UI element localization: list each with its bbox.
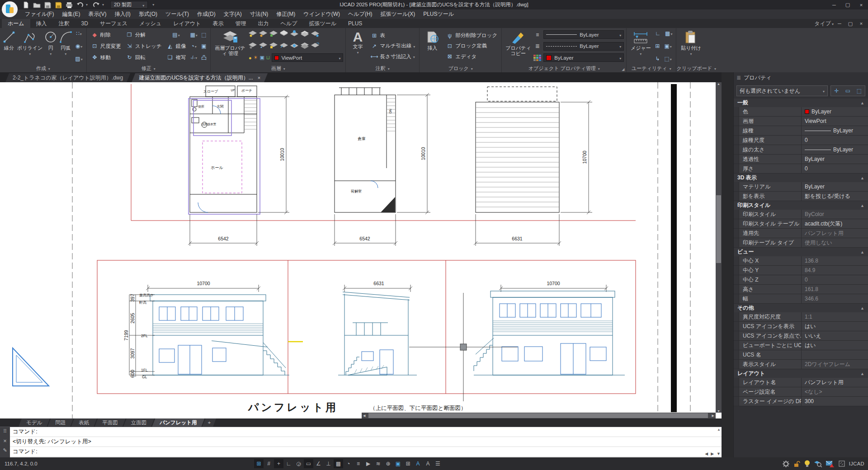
group-label-objprops[interactable]: オブジェクト プロパティ管理◢ [502,64,626,72]
select-objects-icon[interactable]: ▭ [842,86,854,96]
trim-button[interactable]: -/- [189,52,199,63]
osnap-toggle-icon[interactable]: + [274,459,283,468]
prop-row[interactable]: 影を表示影を投じる/受ける [734,192,868,201]
layer-sun-icon[interactable]: ☀ [254,55,258,61]
point-style-button[interactable]: ↳ [654,56,661,62]
polar-toggle-icon[interactable]: ◶ [294,459,303,468]
layer-merge-icon[interactable] [301,42,309,49]
prop-row[interactable]: レイアウト名パンフレット用 [734,378,868,387]
tab-express[interactable]: 拡張ツール [303,19,342,28]
quick-calc-button[interactable]: ▣ [663,43,673,49]
command-scroll-up-icon[interactable]: ▲ [717,428,721,432]
layer-bulb-icon[interactable]: ● [249,55,252,61]
offset-button[interactable]: ▣ [200,41,208,52]
line-button[interactable]: 線分 [2,29,16,63]
mirror-button[interactable]: ◭鏡像 [165,41,188,52]
group-label-create[interactable]: 作成 [0,64,86,72]
print-icon[interactable] [64,1,74,9]
polyline-edit-button[interactable]: 凸 [200,52,208,63]
menu-text[interactable]: 文字(A) [220,9,246,19]
erase-button[interactable]: ◆削除 [89,29,123,41]
command-input-line[interactable]: コマンド: [10,447,722,457]
prop-row[interactable]: 線種尺度0 [734,136,868,145]
calculator-button[interactable]: ⊞ [654,43,661,49]
tab-close-icon[interactable]: × [258,73,260,82]
table-toggle-icon[interactable]: ⊞ [403,459,413,468]
menu-express[interactable]: 拡張ツール(X) [377,9,420,19]
layout-tab-ritsumenzu[interactable]: 立面図 [123,418,155,427]
block-define-button[interactable]: ⊡ブロック定義 [444,41,499,51]
group-label-utility[interactable]: ユーティリティ [627,64,676,72]
move-button[interactable]: ✥移動 [89,52,123,63]
prop-row[interactable]: 線の太さByLayer [734,145,868,155]
donut-button[interactable]: ◉ [74,43,84,49]
insert-block-button[interactable]: 挿入 [422,29,443,63]
prop-row[interactable]: 印刷テーブル タイプ使用しない [734,238,868,248]
prop-row[interactable]: ページ設定名<なし> [734,387,868,397]
group-label-modify[interactable]: 修正 [87,64,210,72]
tab-manage[interactable]: 管理 [230,19,252,28]
tab-3d[interactable]: 3D [75,19,94,28]
redo-icon[interactable] [91,1,101,9]
maximize-button[interactable]: ▢ [841,0,854,9]
prop-row[interactable]: UCS アイコンを原点で...いいえ [734,331,868,341]
section-plot-style[interactable]: 印刷スタイル▲ [734,201,868,210]
prop-row[interactable]: 異尺度対応尺度1:1 [734,312,868,322]
rotate-button[interactable]: ↻回転 [124,52,164,63]
lineweight-dropdown[interactable]: ByLayer [543,30,624,39]
ucs-button[interactable]: ∟ [654,30,662,37]
layer-make-current-icon[interactable] [290,30,299,37]
tab-mesh[interactable]: メッシュ [133,19,167,28]
tab-annotate[interactable]: 注釈 [53,19,75,28]
layer-thaw-icon[interactable] [259,42,268,49]
doc-close-button[interactable]: × [856,19,866,28]
tab-surface[interactable]: サーフェス [94,19,133,28]
hatch-toggle-icon[interactable]: ▩ [334,459,343,468]
prop-row[interactable]: 高さ161.8 [734,285,868,294]
layout-tab-model[interactable]: モデル [19,418,50,427]
layer-lock-icon[interactable] [269,30,278,37]
tab-insert[interactable]: 挿入 [30,19,53,28]
prop-row[interactable]: 表示スタイル2Dワイヤフレーム [734,360,868,369]
annot-auto-toggle-icon[interactable]: A [413,459,423,468]
arc-button[interactable]: 円弧 [59,29,72,63]
copy-button[interactable]: ❏複写 [165,52,188,63]
save-as-icon[interactable] [53,1,63,9]
qat-overflow-icon[interactable] [152,3,154,7]
prop-row[interactable]: 画層ViewPort [734,117,868,126]
layer-walk-icon[interactable] [280,42,288,49]
measure-button[interactable]: メジャー [629,29,652,63]
layer-match-icon[interactable] [301,30,309,37]
layout-tab-heimenzu[interactable]: 平面図 [94,418,126,427]
block-editor-button[interactable]: ⊠エディタ [444,52,499,62]
prop-row[interactable]: 厚さ0 [734,164,868,174]
linetype-dropdown[interactable]: ByLayer [543,42,624,51]
section-general[interactable]: 一般▲ [734,99,868,107]
document-tab-1[interactable]: 2-2_トラネコの家（レイアウト説明用）.dwg [5,73,130,82]
layer-on-icon[interactable] [249,30,257,37]
prop-row[interactable]: UCS アイコンを表示はい [734,322,868,331]
layer-manager-button[interactable]: 画層プロパティ 管理 [213,29,247,63]
menu-help[interactable]: ヘルプ(H) [344,9,377,19]
prop-row[interactable]: 印刷スタイルByColor [734,210,868,219]
quick-select-icon[interactable]: ⬚ [854,86,865,96]
layout-tab-add[interactable]: + [202,418,216,427]
settings-gear-icon[interactable] [783,461,789,467]
menu-modify[interactable]: 修正(M) [272,9,299,19]
layout-tab-pamphlet[interactable]: パンフレット用 [152,418,204,427]
color-dropdown[interactable]: ByLayer [543,53,624,62]
text-button[interactable]: A 文字 [348,29,367,63]
layer-dropdown[interactable]: ViewPort [272,53,343,62]
layer-isolate-icon[interactable] [290,42,299,49]
prop-row[interactable]: UCS 名 [734,350,868,360]
snap-toggle-icon[interactable]: ⊞ [254,459,264,468]
layer-restore-icon[interactable] [311,42,320,49]
mail-alert-icon[interactable]: ! [826,461,835,467]
menu-file[interactable]: ファイル(F) [21,9,58,19]
minimize-button[interactable]: ─ [827,0,841,9]
command-edit-icon[interactable]: ✎ [3,447,7,453]
circle-button[interactable]: 円 [44,29,57,63]
hatch-button[interactable]: ▨ [74,56,84,62]
prop-row[interactable]: 中心 X136.8 [734,256,868,266]
prop-row[interactable]: ラスター イメージの DPI300 [734,397,868,406]
